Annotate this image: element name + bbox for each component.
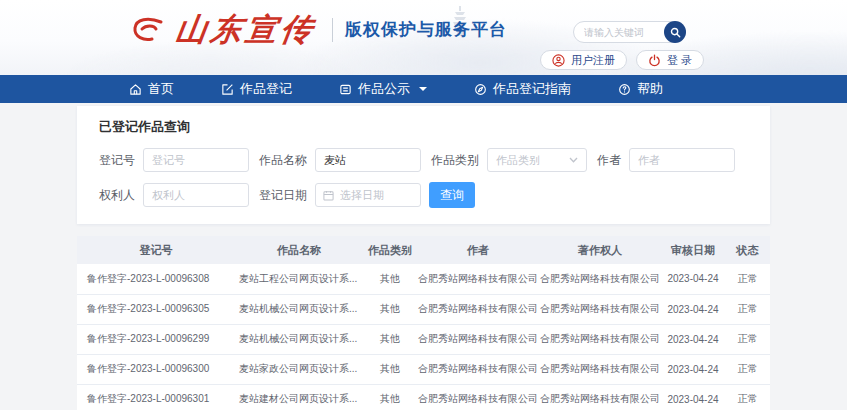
cell-review-date: 2023-04-24 xyxy=(661,294,725,324)
table-row: 鲁作登字-2023-L-00096308麦站工程公司网页设计系...其他合肥秀站… xyxy=(77,264,770,294)
cell-status: 正常 xyxy=(725,324,770,354)
cell-category: 其他 xyxy=(363,354,417,384)
chevron-down-icon xyxy=(419,86,427,92)
power-icon xyxy=(648,54,661,67)
cell-author: 合肥秀站网络科技有限公司 xyxy=(417,264,539,294)
cell-author: 合肥秀站网络科技有限公司 xyxy=(417,294,539,324)
bulletin-icon xyxy=(339,83,352,96)
column-header-status: 状态 xyxy=(725,236,770,264)
work-name-label: 作品名称 xyxy=(259,152,307,169)
category-select-value: 作品类别 xyxy=(496,153,540,168)
cell-reg-no: 鲁作登字-2023-L-00096301 xyxy=(77,384,235,410)
nav-item-label: 首页 xyxy=(148,80,174,98)
table-row: 鲁作登字-2023-L-00096300麦站家政公司网页设计系...其他合肥秀站… xyxy=(77,354,770,384)
category-label: 作品类别 xyxy=(431,152,479,169)
cell-work-name: 麦站家政公司网页设计系... xyxy=(235,354,363,384)
table-row: 鲁作登字-2023-L-00096305麦站机械公司网页设计系...其他合肥秀站… xyxy=(77,294,770,324)
cell-rights-holder: 合肥秀站网络科技有限公司 xyxy=(539,324,661,354)
query-form-row-1: 登记号 作品名称 作品类别 作品类别 作者 xyxy=(99,148,748,172)
cell-work-name: 麦站建材公司网页设计系... xyxy=(235,384,363,410)
compass-icon xyxy=(474,83,487,96)
cell-author: 合肥秀站网络科技有限公司 xyxy=(417,384,539,410)
top-header: 山东宣传 版权保护与服务平台 xyxy=(0,0,847,75)
brand-emblem-icon xyxy=(130,15,166,45)
search-input[interactable] xyxy=(574,27,664,38)
cell-review-date: 2023-04-24 xyxy=(661,264,725,294)
search-icon xyxy=(670,27,681,38)
cell-rights-holder: 合肥秀站网络科技有限公司 xyxy=(539,264,661,294)
calendar-icon xyxy=(323,190,334,201)
table-row: 鲁作登字-2023-L-00096299麦站机械公司网页设计系...其他合肥秀站… xyxy=(77,324,770,354)
cell-review-date: 2023-04-24 xyxy=(661,384,725,410)
reg-no-input[interactable] xyxy=(143,148,249,172)
results-table-header: 登记号 作品名称 作品类别 作者 著作权人 审核日期 状态 xyxy=(77,236,770,264)
query-panel: 已登记作品查询 登记号 作品名称 作品类别 作品类别 作者 权利人 登记日期 xyxy=(77,106,770,224)
column-header-review-date: 审核日期 xyxy=(661,236,725,264)
cell-status: 正常 xyxy=(725,294,770,324)
page: 山东宣传 版权保护与服务平台 xyxy=(0,0,847,410)
auth-buttons: 用户注册 登 录 xyxy=(540,50,704,70)
nav-item-work-publicity[interactable]: 作品公示 xyxy=(339,80,427,98)
cell-category: 其他 xyxy=(363,264,417,294)
column-header-work-name: 作品名称 xyxy=(235,236,363,264)
main-navbar: 首页 作品登记 作品公示 xyxy=(0,75,847,103)
cell-rights-holder: 合肥秀站网络科技有限公司 xyxy=(539,384,661,410)
cell-status: 正常 xyxy=(725,384,770,410)
nav-item-registration-guide[interactable]: 作品登记指南 xyxy=(474,80,571,98)
query-form-row-2: 权利人 登记日期 查询 xyxy=(99,182,748,208)
chevron-down-icon xyxy=(569,157,578,163)
cell-review-date: 2023-04-24 xyxy=(661,324,725,354)
column-header-rights-holder: 著作权人 xyxy=(539,236,661,264)
cell-reg-no: 鲁作登字-2023-L-00096300 xyxy=(77,354,235,384)
nav-item-label: 作品公示 xyxy=(358,80,410,98)
edit-icon xyxy=(221,83,234,96)
author-input[interactable] xyxy=(629,148,735,172)
rights-holder-input[interactable] xyxy=(143,183,249,207)
login-button[interactable]: 登 录 xyxy=(636,50,704,70)
reg-date-input[interactable] xyxy=(340,189,413,201)
search-submit-button[interactable]: 查询 xyxy=(429,182,475,208)
cell-author: 合肥秀站网络科技有限公司 xyxy=(417,354,539,384)
brand-divider xyxy=(332,18,333,42)
search-button[interactable] xyxy=(664,21,686,43)
reg-no-label: 登记号 xyxy=(99,152,135,169)
register-button[interactable]: 用户注册 xyxy=(540,50,627,70)
site-subtitle: 版权保护与服务平台 xyxy=(345,18,507,41)
nav-item-label: 帮助 xyxy=(637,80,663,98)
nav-item-home[interactable]: 首页 xyxy=(129,80,174,98)
cell-status: 正常 xyxy=(725,354,770,384)
nav-item-help[interactable]: 帮助 xyxy=(618,80,663,98)
cell-reg-no: 鲁作登字-2023-L-00096299 xyxy=(77,324,235,354)
column-header-reg-no: 登记号 xyxy=(77,236,235,264)
brand: 山东宣传 版权保护与服务平台 xyxy=(130,14,507,45)
cell-rights-holder: 合肥秀站网络科技有限公司 xyxy=(539,294,661,324)
author-label: 作者 xyxy=(597,152,621,169)
register-button-label: 用户注册 xyxy=(571,53,615,68)
column-header-category: 作品类别 xyxy=(363,236,417,264)
cell-category: 其他 xyxy=(363,324,417,354)
nav-item-work-registration[interactable]: 作品登记 xyxy=(221,80,292,98)
work-name-input[interactable] xyxy=(315,148,421,172)
home-icon xyxy=(129,83,142,96)
cell-category: 其他 xyxy=(363,384,417,410)
rights-holder-label: 权利人 xyxy=(99,187,135,204)
cell-reg-no: 鲁作登字-2023-L-00096308 xyxy=(77,264,235,294)
logo-calligraphy: 山东宣传 xyxy=(174,14,318,45)
user-icon xyxy=(552,54,565,67)
header-search-box xyxy=(573,21,686,43)
nav-item-label: 作品登记指南 xyxy=(493,80,571,98)
cell-work-name: 麦站工程公司网页设计系... xyxy=(235,264,363,294)
help-icon xyxy=(618,83,631,96)
cell-rights-holder: 合肥秀站网络科技有限公司 xyxy=(539,354,661,384)
cell-reg-no: 鲁作登字-2023-L-00096305 xyxy=(77,294,235,324)
results-table-body: 鲁作登字-2023-L-00096308麦站工程公司网页设计系...其他合肥秀站… xyxy=(77,264,770,410)
cell-work-name: 麦站机械公司网页设计系... xyxy=(235,324,363,354)
cell-review-date: 2023-04-24 xyxy=(661,354,725,384)
login-button-label: 登 录 xyxy=(667,53,692,68)
reg-date-picker[interactable] xyxy=(315,183,421,207)
reg-date-label: 登记日期 xyxy=(259,187,307,204)
cell-category: 其他 xyxy=(363,294,417,324)
category-select[interactable]: 作品类别 xyxy=(487,148,587,172)
cell-work-name: 麦站机械公司网页设计系... xyxy=(235,294,363,324)
cell-author: 合肥秀站网络科技有限公司 xyxy=(417,324,539,354)
